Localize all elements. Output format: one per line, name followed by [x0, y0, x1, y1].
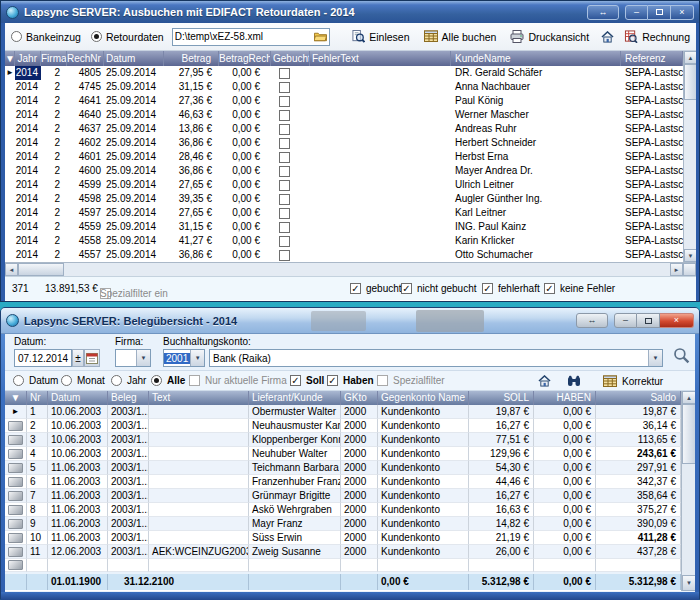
vertical-scrollbar[interactable]: ▲ ▼ — [683, 51, 696, 262]
gebucht-checkbox[interactable] — [279, 208, 290, 219]
invoice-row[interactable]: 20142460025.09.201436,86 €0,00 €Mayer An… — [5, 164, 683, 178]
row-selector-button[interactable] — [8, 477, 23, 487]
home-button[interactable] — [538, 375, 551, 389]
column-header-saldo[interactable]: Saldo — [596, 391, 681, 405]
column-header-referenz[interactable]: Referenz — [621, 51, 683, 66]
close-button[interactable]: × — [660, 313, 694, 328]
scroll-up-icon[interactable]: ▲ — [682, 391, 695, 404]
invoice-row[interactable]: 20142455825.09.201441,27 €0,00 €Karin Kr… — [5, 234, 683, 248]
gebucht-checkbox[interactable]: ✓ — [350, 283, 361, 294]
gebucht-checkbox[interactable] — [279, 166, 290, 177]
invoice-row[interactable]: 20142459725.09.201427,65 €0,00 €Karl Lei… — [5, 206, 683, 220]
row-selector-button[interactable] — [8, 560, 23, 570]
retourdaten-radio[interactable] — [91, 31, 102, 42]
home-button[interactable] — [601, 31, 614, 43]
scroll-thumb[interactable] — [18, 263, 64, 276]
column-header-gebucht[interactable]: Gebucht — [271, 51, 310, 66]
row-selector-button[interactable] — [8, 533, 23, 543]
booking-row[interactable]: 611.06.20032003/1...Franzenhuber Franz20… — [5, 475, 681, 489]
column-header-jahr[interactable]: Jahr — [15, 51, 41, 66]
invoice-row[interactable]: 20142474525.09.201431,15 €0,00 €Anna Nac… — [5, 80, 683, 94]
invoice-row[interactable]: 20142460225.09.201436,86 €0,00 €Herbert … — [5, 136, 683, 150]
scroll-thumb[interactable] — [682, 404, 695, 464]
gebucht-checkbox[interactable] — [279, 250, 290, 261]
datum-radio[interactable] — [13, 375, 24, 386]
gebucht-checkbox[interactable] — [279, 180, 290, 191]
gebucht-checkbox[interactable] — [279, 68, 290, 79]
rechnung-button[interactable]: Rechnung — [624, 30, 690, 43]
file-path-input[interactable]: D:\temp\xEZ-58.xml — [172, 28, 331, 46]
booking-row[interactable]: 310.06.20032003/1...Kloppenberger Konrad… — [5, 433, 681, 447]
row-selector-button[interactable] — [8, 491, 23, 501]
gebucht-checkbox[interactable] — [279, 194, 290, 205]
konto-number-select[interactable]: 2001 ▼ — [163, 349, 205, 367]
gebucht-checkbox[interactable] — [279, 82, 290, 93]
column-header-betrag[interactable]: Betrag — [164, 51, 219, 66]
booking-row[interactable]: 410.06.20032003/1...Neuhuber Walter2000K… — [5, 447, 681, 461]
row-selector-button[interactable] — [8, 449, 23, 459]
maximize-button[interactable] — [637, 313, 660, 328]
horizontal-scrollbar[interactable]: ◄ ► — [5, 262, 696, 276]
korrektur-button[interactable]: Korrektur — [603, 375, 663, 388]
chevron-down-icon[interactable]: ▼ — [648, 350, 662, 366]
scroll-left-icon[interactable]: ◄ — [5, 263, 18, 276]
date-spinner[interactable]: ± — [72, 349, 84, 367]
scroll-down-icon[interactable]: ▼ — [684, 249, 696, 262]
gebucht-checkbox[interactable] — [279, 138, 290, 149]
bankeinzug-radio[interactable] — [11, 31, 22, 42]
calendar-button[interactable] — [84, 349, 100, 367]
swap-window-button[interactable]: ↔ — [587, 5, 619, 20]
column-header-gegenkonto-name[interactable]: Gegenkonto Name — [378, 391, 469, 405]
invoice-row[interactable]: 20142459925.09.201427,65 €0,00 €Ulrich L… — [5, 178, 683, 192]
column-header-beleg[interactable]: Beleg — [108, 391, 149, 405]
chevron-down-icon[interactable]: ▼ — [136, 350, 150, 366]
booking-row[interactable]: 210.06.20032003/1...Neuhausmuster Karin2… — [5, 419, 681, 433]
column-header-fehlertext[interactable]: FehlerText — [310, 51, 451, 66]
titlebar-belegubersicht[interactable]: Lapsync SERVER: Belegübersicht - 2014 ↔ … — [1, 308, 699, 334]
invoice-row[interactable]: 20142463725.09.201413,86 €0,00 €Andreas … — [5, 122, 683, 136]
spezialfilter-checkbox[interactable] — [377, 375, 388, 386]
fehlerhaft-checkbox[interactable]: ✓ — [482, 283, 493, 294]
folder-open-icon[interactable] — [314, 31, 327, 42]
scroll-right-icon[interactable]: ► — [670, 263, 683, 276]
booking-row[interactable]: 911.06.20032003/1...Mayr Franz2000Kunden… — [5, 517, 681, 531]
alle-radio[interactable] — [151, 375, 162, 386]
monat-radio[interactable] — [61, 375, 72, 386]
column-header-nr[interactable]: Nr — [27, 391, 48, 405]
chevron-down-icon[interactable]: ▼ — [190, 350, 204, 366]
scroll-up-icon[interactable]: ▲ — [684, 51, 696, 64]
column-header-datum[interactable]: Datum — [104, 51, 164, 66]
booking-row[interactable]: 511.06.20032003/1...Teichmann Barbara200… — [5, 461, 681, 475]
column-header-firma[interactable]: Firma — [41, 51, 67, 66]
row-selector-button[interactable] — [8, 435, 23, 445]
gebucht-checkbox[interactable] — [279, 124, 290, 135]
maximize-button[interactable] — [648, 5, 671, 20]
invoice-row[interactable]: 20142455725.09.201436,86 €0,00 €Otto Sch… — [5, 248, 683, 262]
column-header-datum[interactable]: Datum — [48, 391, 108, 405]
column-header-gkto[interactable]: GKto — [341, 391, 378, 405]
close-button[interactable]: × — [671, 5, 694, 20]
column-header-haben[interactable]: HABEN — [534, 391, 596, 405]
row-selector-button[interactable] — [8, 505, 23, 515]
gebucht-checkbox[interactable] — [279, 110, 290, 121]
booking-row[interactable]: 1011.06.20032003/1...Süss Erwin2000Kunde… — [5, 531, 681, 545]
soll-checkbox[interactable]: ✓ — [290, 375, 301, 386]
column-header-text[interactable]: Text — [149, 391, 249, 405]
druckansicht-button[interactable]: Druckansicht — [510, 30, 589, 43]
alle-buchen-button[interactable]: Alle buchen — [424, 30, 497, 43]
vertical-scrollbar[interactable]: ▲ ▼ — [681, 391, 695, 591]
firma-select[interactable]: ▼ — [115, 349, 151, 367]
row-selector-button[interactable] — [8, 463, 23, 473]
gebucht-checkbox[interactable] — [279, 236, 290, 247]
nicht gebucht-checkbox[interactable]: ✓ — [401, 283, 412, 294]
keine Fehler-checkbox[interactable]: ✓ — [544, 283, 555, 294]
booking-row[interactable]: 1112.06.20032003/1...AEK:WCEINZUG2003...… — [5, 545, 681, 559]
search-button[interactable] — [673, 347, 690, 366]
row-selector-button[interactable] — [8, 547, 23, 557]
invoice-row[interactable]: 20142459825.09.201439,35 €0,00 €Augler G… — [5, 192, 683, 206]
gebucht-checkbox[interactable] — [279, 96, 290, 107]
haben-checkbox[interactable]: ✓ — [327, 375, 338, 386]
column-header-soll[interactable]: SOLL — [469, 391, 534, 405]
column-header-lieferant-kunde[interactable]: Lieferant/Kunde — [249, 391, 341, 405]
invoice-row[interactable]: 20142455925.09.201431,15 €0,00 €ING. Pau… — [5, 220, 683, 234]
